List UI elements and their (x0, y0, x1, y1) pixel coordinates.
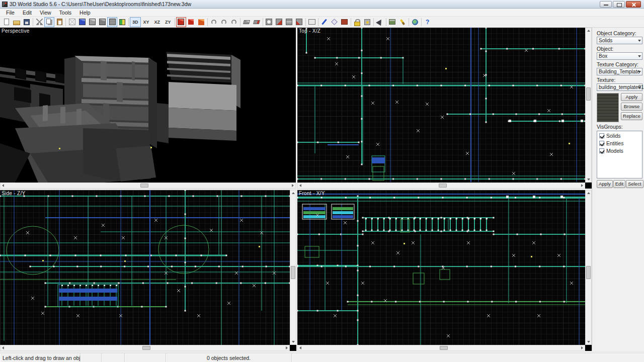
render-models-button[interactable] (117, 17, 127, 27)
title-bar[interactable]: 3D World Studio 5.6 - C:\Users\TheUser\D… (0, 0, 644, 9)
visgroup-edit-button[interactable]: Edit (613, 180, 625, 188)
scroll-thumb[interactable] (140, 184, 148, 188)
view-3d-button[interactable]: 3D (130, 17, 141, 27)
object-select[interactable]: Box (597, 52, 642, 60)
checkbox-checked-icon[interactable] (599, 141, 604, 146)
apply-texture-button[interactable]: Apply (621, 93, 642, 101)
visgroup-select-button[interactable]: Select (626, 180, 643, 188)
visgroup-item-solids[interactable]: Solids (598, 133, 641, 139)
replace-texture-button[interactable]: Replace (621, 112, 642, 120)
checkbox-checked-icon[interactable] (599, 148, 604, 153)
render-flat-button[interactable] (87, 17, 97, 27)
paste-button[interactable] (54, 17, 64, 27)
scroll-down-arrow[interactable] (587, 341, 590, 343)
scroll-thumb[interactable] (439, 184, 447, 188)
texture-category-select[interactable]: Building_Template (597, 68, 642, 75)
object-category-select[interactable]: Solids (597, 37, 642, 44)
paint-button[interactable] (397, 17, 408, 27)
scroll-right-arrow[interactable] (292, 184, 294, 187)
terrain-button[interactable] (387, 17, 397, 27)
menu-help[interactable]: Help (75, 9, 95, 16)
scroll-up-arrow[interactable] (587, 192, 590, 194)
perspective-viewport[interactable]: Perspective (0, 28, 296, 189)
top-viewport[interactable]: Top - X/Z (297, 28, 592, 189)
render-solid-button[interactable] (77, 17, 87, 27)
front-vscrollbar[interactable] (585, 190, 592, 345)
rotate-z-button[interactable] (229, 17, 239, 27)
perspective-canvas[interactable] (0, 28, 296, 183)
rotate-y-button[interactable] (219, 17, 229, 27)
scroll-up-arrow[interactable] (587, 30, 590, 32)
scroll-thumb[interactable] (586, 87, 591, 101)
toggle-details-button[interactable] (186, 17, 196, 27)
new-button[interactable] (2, 17, 12, 27)
scroll-up-arrow[interactable] (292, 192, 295, 194)
menu-tools[interactable]: Tools (55, 9, 76, 16)
save-button[interactable] (22, 17, 32, 27)
front-canvas[interactable] (297, 190, 585, 345)
scroll-thumb[interactable] (586, 266, 591, 279)
maximize-button[interactable] (613, 1, 625, 8)
side-viewport[interactable]: Side - Z/Y (0, 190, 296, 351)
view-xz-button[interactable]: XZ (152, 17, 163, 27)
close-button[interactable] (626, 1, 641, 8)
shear-button[interactable] (252, 17, 262, 27)
scroll-left-arrow[interactable] (299, 346, 301, 349)
render-shaded-button[interactable] (97, 17, 107, 27)
run-map-button[interactable] (375, 17, 385, 27)
top-canvas[interactable] (297, 28, 585, 183)
menu-file[interactable]: File (2, 9, 19, 16)
scroll-right-arrow[interactable] (581, 346, 583, 349)
cut-button[interactable] (34, 17, 44, 27)
view-zy-button[interactable]: ZY (163, 17, 174, 27)
scroll-thumb[interactable] (142, 346, 150, 350)
vertex-edit-button[interactable] (330, 17, 340, 27)
carve-button[interactable] (274, 17, 284, 27)
scroll-down-arrow[interactable] (292, 341, 295, 343)
perspective-hscrollbar[interactable] (0, 183, 296, 189)
mirror-button[interactable] (307, 17, 317, 27)
scroll-left-arrow[interactable] (299, 184, 301, 187)
open-button[interactable] (12, 17, 22, 27)
visgroups-list[interactable]: Solids Entities Models (597, 131, 642, 178)
scroll-thumb[interactable] (291, 266, 295, 279)
scroll-right-arrow[interactable] (286, 346, 288, 349)
draw-button[interactable] (319, 17, 330, 27)
top-hscrollbar[interactable] (297, 183, 585, 189)
csg-subtract-button[interactable] (294, 17, 304, 27)
menu-view[interactable]: View (36, 9, 55, 16)
visgroup-apply-button[interactable]: Apply (597, 180, 613, 188)
scale-button[interactable] (242, 17, 252, 27)
front-hscrollbar[interactable] (297, 345, 585, 351)
scroll-thumb[interactable] (440, 346, 448, 350)
checkbox-checked-icon[interactable] (599, 133, 604, 138)
toggle-models-button[interactable] (196, 17, 206, 27)
toggle-solids-button[interactable] (176, 17, 186, 27)
texture-select[interactable]: building_template01a (597, 83, 642, 91)
render-textured-button[interactable] (107, 17, 117, 27)
view-xy-button[interactable]: XY (141, 17, 152, 27)
texture-apply-button[interactable] (340, 17, 350, 27)
hollow-button[interactable] (264, 17, 274, 27)
render-wireframe-button[interactable] (67, 17, 77, 27)
side-vscrollbar[interactable] (290, 190, 296, 345)
website-button[interactable] (410, 17, 420, 27)
help-button[interactable]: ? (423, 17, 433, 27)
front-viewport[interactable]: Front - X/Y (297, 190, 592, 351)
scroll-down-arrow[interactable] (587, 178, 590, 180)
rotate-x-button[interactable] (209, 17, 219, 27)
scroll-right-arrow[interactable] (581, 184, 583, 187)
minimize-button[interactable] (600, 1, 612, 8)
browse-texture-button[interactable]: Browse (621, 103, 642, 111)
menu-edit[interactable]: Edit (19, 9, 36, 16)
lock-button[interactable] (352, 17, 362, 27)
scroll-left-arrow[interactable] (2, 346, 4, 349)
texture-lock-button[interactable] (362, 17, 372, 27)
side-hscrollbar[interactable] (0, 345, 290, 351)
top-vscrollbar[interactable] (585, 28, 592, 183)
visgroup-item-models[interactable]: Models (598, 148, 641, 154)
side-canvas[interactable] (0, 190, 290, 345)
copy-button[interactable] (44, 17, 54, 27)
scroll-left-arrow[interactable] (2, 184, 4, 187)
visgroup-item-entities[interactable]: Entities (598, 140, 641, 146)
